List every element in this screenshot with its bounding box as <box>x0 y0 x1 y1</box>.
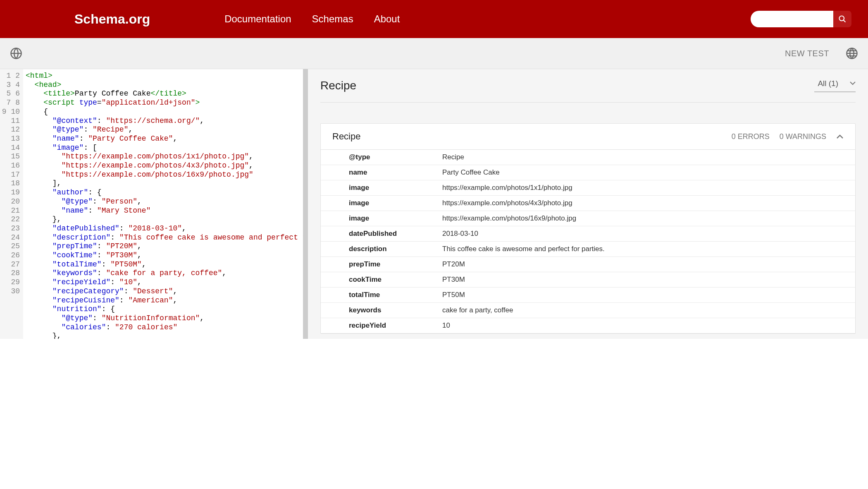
results-header: Recipe All (1) <box>320 79 856 103</box>
nav: Documentation Schemas About <box>224 13 751 25</box>
property-value: Recipe <box>438 150 855 165</box>
language-icon[interactable] <box>846 47 858 60</box>
property-key: image <box>321 211 438 226</box>
property-key: image <box>321 180 438 195</box>
result-card: Recipe 0 ERRORS 0 WARNINGS @typeRecipena… <box>320 123 856 334</box>
results-panel: Recipe All (1) Recipe 0 ERRORS 0 WARNING… <box>308 69 868 339</box>
subbar: NEW TEST <box>0 38 868 69</box>
property-row[interactable]: imagehttps://example.com/photos/16x9/pho… <box>321 211 855 226</box>
svg-line-1 <box>844 20 846 22</box>
property-row[interactable]: datePublished2018-03-10 <box>321 226 855 242</box>
card-title: Recipe <box>332 131 360 142</box>
property-value: Party Coffee Cake <box>438 165 855 180</box>
nav-documentation[interactable]: Documentation <box>224 13 291 25</box>
property-key: cookTime <box>321 272 438 287</box>
property-row[interactable]: prepTimePT20M <box>321 257 855 272</box>
property-row[interactable]: imagehttps://example.com/photos/4x3/phot… <box>321 196 855 211</box>
property-key: keywords <box>321 303 438 318</box>
globe-icon[interactable] <box>10 47 22 60</box>
property-row[interactable]: recipeYield10 <box>321 318 855 333</box>
property-value: cake for a party, coffee <box>438 303 855 318</box>
property-key: @type <box>321 150 438 165</box>
property-value: https://example.com/photos/4x3/photo.jpg <box>438 196 855 211</box>
search-button[interactable] <box>833 11 851 27</box>
results-filter[interactable]: All (1) <box>814 79 856 92</box>
property-value: PT20M <box>438 257 855 272</box>
property-value: 10 <box>438 318 855 333</box>
nav-about[interactable]: About <box>374 13 400 25</box>
property-value: https://example.com/photos/16x9/photo.jp… <box>438 211 855 226</box>
property-key: description <box>321 242 438 256</box>
search <box>751 11 851 27</box>
property-row[interactable]: @typeRecipe <box>321 150 855 165</box>
property-key: totalTime <box>321 288 438 302</box>
new-test-button[interactable]: NEW TEST <box>785 49 829 58</box>
code-content[interactable]: <html> <head> <title>Party Coffee Cake</… <box>23 69 303 339</box>
card-stats: 0 ERRORS 0 WARNINGS <box>732 132 844 141</box>
property-key: prepTime <box>321 257 438 272</box>
property-key: name <box>321 165 438 180</box>
warning-count: 0 WARNINGS <box>780 132 826 141</box>
search-icon <box>838 15 847 23</box>
chevron-down-icon <box>850 82 856 86</box>
property-value: PT50M <box>438 288 855 302</box>
code-editor[interactable]: 1 2 3 4 5 6 7 8 9 10 11 12 13 14 15 16 1… <box>0 69 308 339</box>
property-value: https://example.com/photos/1x1/photo.jpg <box>438 180 855 195</box>
search-input[interactable] <box>751 11 833 27</box>
property-row[interactable]: descriptionThis coffee cake is awesome a… <box>321 242 855 257</box>
main: 1 2 3 4 5 6 7 8 9 10 11 12 13 14 15 16 1… <box>0 69 868 339</box>
property-row[interactable]: nameParty Coffee Cake <box>321 165 855 180</box>
line-numbers: 1 2 3 4 5 6 7 8 9 10 11 12 13 14 15 16 1… <box>0 69 23 339</box>
filter-label: All (1) <box>818 79 838 88</box>
nav-schemas[interactable]: Schemas <box>312 13 353 25</box>
property-value: 2018-03-10 <box>438 226 855 241</box>
card-header[interactable]: Recipe 0 ERRORS 0 WARNINGS <box>321 124 855 150</box>
header: Schema.org Documentation Schemas About <box>0 0 868 38</box>
property-list: @typeRecipenameParty Coffee Cakeimagehtt… <box>321 150 855 333</box>
svg-point-0 <box>839 16 844 21</box>
property-row[interactable]: totalTimePT50M <box>321 288 855 303</box>
property-key: recipeYield <box>321 318 438 333</box>
property-row[interactable]: cookTimePT30M <box>321 272 855 288</box>
chevron-up-icon[interactable] <box>836 134 844 139</box>
property-key: datePublished <box>321 226 438 241</box>
logo[interactable]: Schema.org <box>74 12 150 27</box>
property-row[interactable]: keywordscake for a party, coffee <box>321 303 855 318</box>
property-value: PT30M <box>438 272 855 287</box>
property-key: image <box>321 196 438 211</box>
error-count: 0 ERRORS <box>732 132 770 141</box>
property-row[interactable]: imagehttps://example.com/photos/1x1/phot… <box>321 180 855 196</box>
results-title: Recipe <box>320 79 356 92</box>
property-value: This coffee cake is awesome and perfect … <box>438 242 855 256</box>
